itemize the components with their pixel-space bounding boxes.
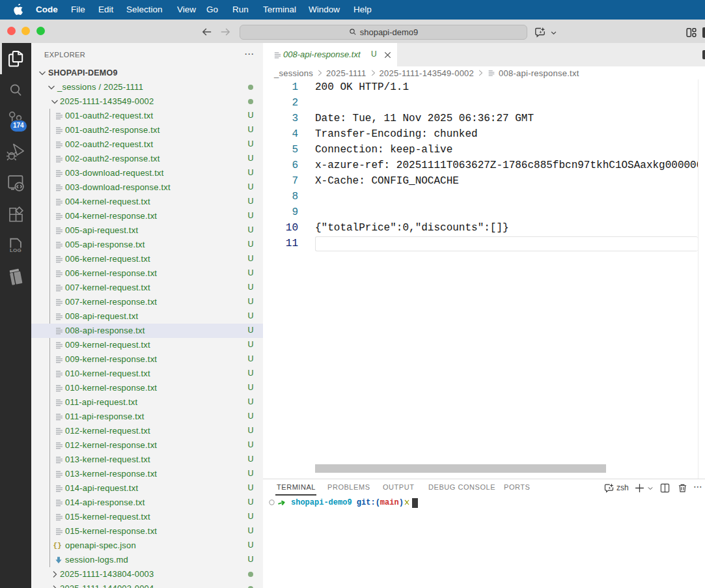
svg-text:LOG: LOG [10, 247, 21, 253]
